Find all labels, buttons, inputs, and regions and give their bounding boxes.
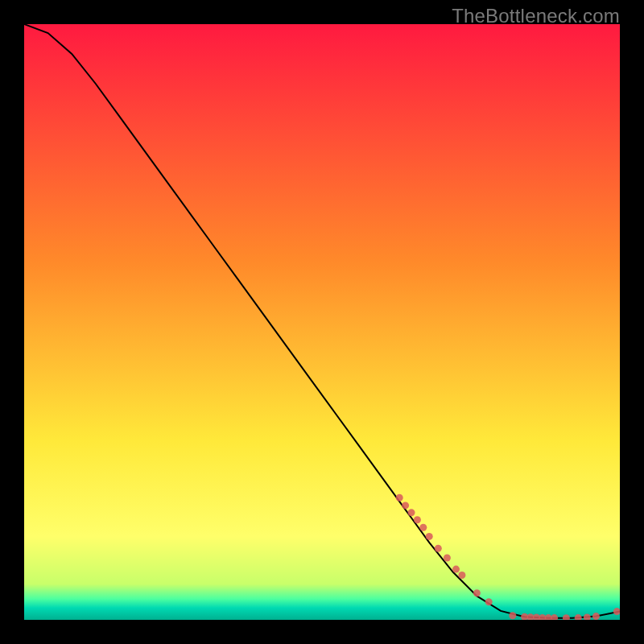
chart-frame: TheBottleneck.com bbox=[0, 0, 644, 644]
data-point bbox=[396, 494, 403, 502]
data-point bbox=[485, 598, 493, 605]
data-point bbox=[444, 555, 451, 562]
data-point bbox=[419, 524, 427, 531]
data-point bbox=[458, 572, 465, 579]
data-point bbox=[435, 545, 442, 552]
plot-area bbox=[24, 24, 620, 620]
data-point bbox=[592, 613, 600, 620]
data-point bbox=[452, 566, 460, 573]
gradient-background bbox=[24, 24, 620, 620]
data-point bbox=[414, 516, 421, 523]
data-point bbox=[426, 533, 433, 540]
data-point bbox=[509, 612, 516, 619]
chart-svg bbox=[24, 24, 620, 620]
data-point bbox=[402, 502, 409, 509]
data-point bbox=[473, 589, 481, 597]
data-point bbox=[408, 509, 415, 516]
